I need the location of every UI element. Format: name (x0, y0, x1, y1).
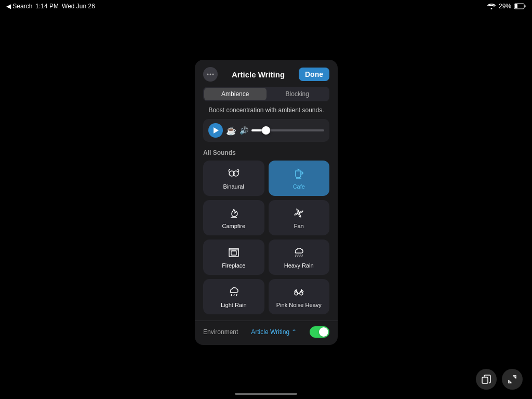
battery-label: 29% (499, 3, 511, 10)
section-label: All Sounds (195, 149, 338, 161)
svg-line-13 (300, 255, 300, 257)
status-bar: ◀ Search 1:14 PM Wed Jun 26 29% (0, 0, 532, 12)
tab-ambience[interactable]: Ambience (204, 88, 267, 100)
svg-line-14 (302, 255, 302, 257)
play-triangle-icon (214, 127, 219, 134)
svg-line-17 (236, 294, 237, 296)
environment-value[interactable]: Article Writing ⌃ (251, 328, 297, 336)
more-button[interactable] (203, 67, 218, 82)
modal-title: Article Writing (232, 70, 285, 79)
campfire-label: Campfire (222, 223, 245, 229)
fireplace-label: Fireplace (222, 262, 245, 269)
light-rain-label: Light Rain (221, 302, 247, 308)
wifi-icon (487, 3, 496, 9)
fan-icon (292, 206, 305, 220)
tab-switcher: Ambience Blocking (203, 87, 329, 101)
sound-pink-noise[interactable]: Pink Noise Heavy (269, 279, 330, 314)
campfire-icon (227, 206, 241, 220)
svg-rect-1 (515, 4, 517, 8)
sound-fan[interactable]: Fan (269, 200, 330, 235)
heavy-rain-icon (292, 246, 305, 259)
battery-icon (514, 3, 526, 9)
cup-icon: ☕ (226, 126, 236, 136)
done-button[interactable]: Done (299, 68, 329, 81)
date: Wed Jun 26 (62, 3, 95, 10)
pink-noise-icon (292, 285, 305, 299)
svg-point-4 (210, 74, 211, 75)
back-search[interactable]: ◀ Search (6, 3, 32, 10)
svg-line-15 (231, 294, 232, 296)
cafe-icon (292, 167, 305, 180)
svg-rect-2 (525, 5, 526, 7)
copy-button[interactable] (476, 369, 497, 390)
modal-panel: Article Writing Done Ambience Blocking B… (195, 60, 338, 345)
sound-fireplace[interactable]: Fireplace (203, 240, 264, 275)
fireplace-icon (227, 246, 241, 259)
svg-point-5 (212, 74, 214, 75)
volume-slider[interactable] (251, 129, 324, 131)
volume-thumb[interactable] (262, 126, 270, 135)
home-indicator (235, 393, 297, 395)
svg-line-12 (298, 255, 298, 257)
heavy-rain-label: Heavy Rain (284, 262, 314, 269)
environment-toggle[interactable] (310, 326, 329, 338)
time: 1:14 PM (35, 3, 59, 10)
svg-rect-10 (231, 251, 236, 255)
cafe-label: Cafe (293, 183, 305, 190)
volume-icon: 🔊 (240, 126, 248, 135)
light-rain-icon (227, 285, 241, 299)
binaural-label: Binaural (223, 183, 244, 190)
sound-cafe[interactable]: Cafe (269, 161, 330, 196)
fan-label: Fan (294, 223, 304, 229)
status-icons: 29% (487, 3, 526, 10)
environment-row: Environment Article Writing ⌃ (195, 321, 338, 345)
svg-point-3 (207, 74, 209, 75)
tab-blocking[interactable]: Blocking (267, 88, 329, 100)
svg-point-18 (295, 292, 298, 295)
svg-line-11 (296, 255, 296, 257)
pink-noise-label: Pink Noise Heavy (276, 302, 322, 308)
sound-light-rain[interactable]: Light Rain (203, 279, 264, 314)
svg-point-19 (300, 292, 303, 295)
sounds-grid: Binaural Cafe Campfire (195, 161, 338, 314)
bottom-toolbar (476, 369, 523, 390)
modal-header: Article Writing Done (195, 60, 338, 87)
modal-subtitle: Boost concentration with ambient sounds. (195, 107, 338, 114)
play-button[interactable] (208, 123, 223, 138)
toggle-thumb (319, 327, 328, 337)
sound-campfire[interactable]: Campfire (203, 200, 264, 235)
environment-label: Environment (203, 328, 238, 336)
binaural-icon (227, 167, 241, 180)
svg-line-16 (234, 294, 234, 296)
playback-controls: ☕ 🔊 (203, 119, 329, 142)
chevron-icon: ⌃ (291, 328, 297, 336)
sound-binaural[interactable]: Binaural (203, 161, 264, 196)
svg-rect-22 (482, 377, 488, 383)
expand-button[interactable] (502, 369, 523, 390)
sound-heavy-rain[interactable]: Heavy Rain (269, 240, 330, 275)
